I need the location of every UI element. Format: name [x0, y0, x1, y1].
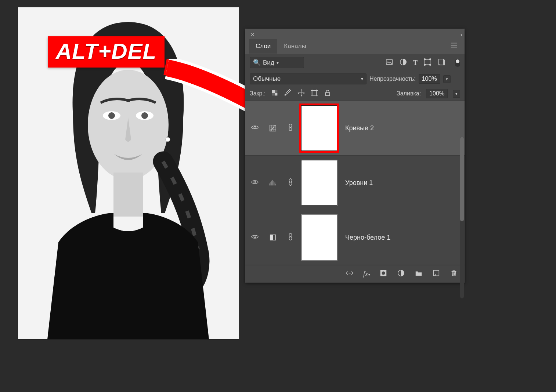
filter-adjustment-icon[interactable]	[399, 58, 407, 67]
svg-point-32	[254, 126, 256, 128]
svg-point-39	[289, 127, 292, 131]
visibility-toggle-icon[interactable]	[250, 178, 259, 188]
chevron-down-icon: ▾	[277, 60, 279, 65]
lock-artboard-icon[interactable]	[310, 89, 318, 98]
layer-row[interactable]: Черно-белое 1	[245, 210, 465, 265]
layer-mask-thumbnail[interactable]	[301, 215, 337, 260]
filter-smartobject-icon[interactable]	[437, 58, 445, 67]
layer-mask-thumbnail[interactable]	[301, 105, 337, 151]
mask-link-icon[interactable]	[286, 123, 293, 133]
opacity-value[interactable]: 100%	[419, 74, 440, 84]
new-group-icon[interactable]	[415, 269, 423, 279]
svg-rect-25	[272, 93, 275, 95]
layer-name-label[interactable]: Черно-белое 1	[345, 234, 390, 242]
lock-pixels-icon[interactable]	[284, 89, 292, 98]
curves-adjustment-icon[interactable]	[267, 123, 278, 134]
mask-link-icon[interactable]	[286, 178, 293, 188]
tab-layers[interactable]: Слои	[249, 39, 277, 54]
svg-point-5	[108, 112, 115, 119]
blend-mode-label: Обычные	[253, 75, 281, 83]
panel-menu-icon[interactable]	[447, 38, 461, 54]
fill-value[interactable]: 100%	[426, 89, 448, 98]
lock-label: Закр.:	[250, 90, 266, 97]
add-mask-icon[interactable]	[379, 269, 387, 279]
svg-point-56	[382, 271, 385, 275]
svg-rect-58	[434, 271, 439, 276]
blend-mode-dropdown[interactable]: Обычные ▾	[250, 73, 367, 84]
lock-transparency-icon[interactable]	[271, 89, 279, 98]
svg-point-7	[166, 137, 170, 142]
svg-point-20	[430, 64, 431, 66]
layer-style-icon[interactable]: fx▾	[363, 270, 370, 278]
filter-type-icon[interactable]: T	[413, 59, 418, 66]
svg-point-53	[289, 233, 292, 236]
svg-point-17	[424, 59, 426, 60]
filter-kind-label: Вид	[263, 59, 274, 66]
svg-rect-23	[275, 93, 277, 95]
layer-name-label[interactable]: Уровни 1	[345, 179, 373, 187]
visibility-toggle-icon[interactable]	[250, 123, 259, 133]
svg-point-38	[289, 124, 292, 127]
link-layers-icon[interactable]	[346, 269, 354, 279]
black-white-adjustment-icon[interactable]	[267, 232, 278, 243]
stage: ALT+DEL ✕ ‹‹ Слои Каналы	[0, 0, 556, 392]
levels-adjustment-icon[interactable]	[267, 177, 278, 188]
opacity-stepper[interactable]: ▾	[443, 75, 451, 83]
svg-point-40	[254, 181, 256, 183]
svg-point-18	[430, 59, 431, 60]
blend-opacity-row: Обычные ▾ Непрозрачность: 100% ▾	[245, 71, 465, 87]
mask-link-icon[interactable]	[286, 233, 293, 243]
svg-point-54	[289, 237, 292, 240]
close-icon[interactable]: ✕	[249, 31, 256, 38]
layer-name-label[interactable]: Кривые 2	[345, 124, 374, 132]
lock-position-icon[interactable]	[297, 89, 305, 98]
opacity-label: Непрозрачность:	[369, 76, 416, 82]
tab-channels[interactable]: Каналы	[277, 39, 313, 54]
svg-point-19	[424, 64, 426, 66]
svg-point-49	[289, 182, 292, 185]
svg-rect-26	[312, 91, 317, 95]
scrollbar-thumb[interactable]	[460, 137, 464, 221]
lock-fill-row: Закр.: Заливка: 100% ▾	[245, 87, 465, 101]
svg-rect-14	[386, 60, 393, 65]
svg-rect-21	[439, 59, 444, 65]
filter-shape-icon[interactable]	[423, 58, 432, 67]
filter-pixel-icon[interactable]	[385, 58, 393, 67]
fill-stepper[interactable]: ▾	[453, 90, 460, 98]
new-adjustment-layer-icon[interactable]	[397, 269, 405, 279]
svg-rect-31	[326, 92, 330, 95]
delete-layer-icon[interactable]	[450, 269, 458, 279]
collapse-panel-icon[interactable]: ‹‹	[461, 32, 461, 37]
layers-panel: ✕ ‹‹ Слои Каналы 🔍 Вид ▾ T	[245, 29, 465, 283]
svg-point-48	[289, 178, 292, 182]
layer-mask-thumbnail[interactable]	[301, 160, 337, 206]
svg-rect-22	[272, 90, 275, 93]
filter-toggle-switch[interactable]	[455, 59, 460, 67]
visibility-toggle-icon[interactable]	[250, 233, 259, 243]
shortcut-badge: ALT+DEL	[48, 36, 165, 68]
panel-tabs: Слои Каналы	[245, 38, 465, 54]
layer-filter-kind-dropdown[interactable]: 🔍 Вид ▾	[250, 57, 304, 68]
layer-row[interactable]: Уровни 1	[245, 156, 465, 210]
layer-filter-icons: T	[385, 58, 445, 67]
layer-filter-row: 🔍 Вид ▾ T	[245, 54, 465, 71]
svg-point-50	[254, 236, 256, 238]
chevron-down-icon: ▾	[361, 76, 363, 81]
layers-list: Кривые 2 Уровни 1	[245, 101, 465, 265]
svg-rect-24	[275, 90, 277, 93]
lock-all-icon[interactable]	[324, 89, 332, 98]
new-layer-icon[interactable]	[432, 269, 440, 279]
layer-row[interactable]: Кривые 2	[245, 101, 465, 156]
svg-rect-16	[425, 59, 430, 65]
search-icon: 🔍	[253, 59, 261, 66]
svg-rect-52	[270, 235, 273, 240]
svg-point-6	[141, 112, 148, 119]
fill-label: Заливка:	[397, 90, 421, 97]
svg-rect-2	[113, 173, 143, 217]
layers-panel-footer: fx▾	[245, 265, 465, 283]
